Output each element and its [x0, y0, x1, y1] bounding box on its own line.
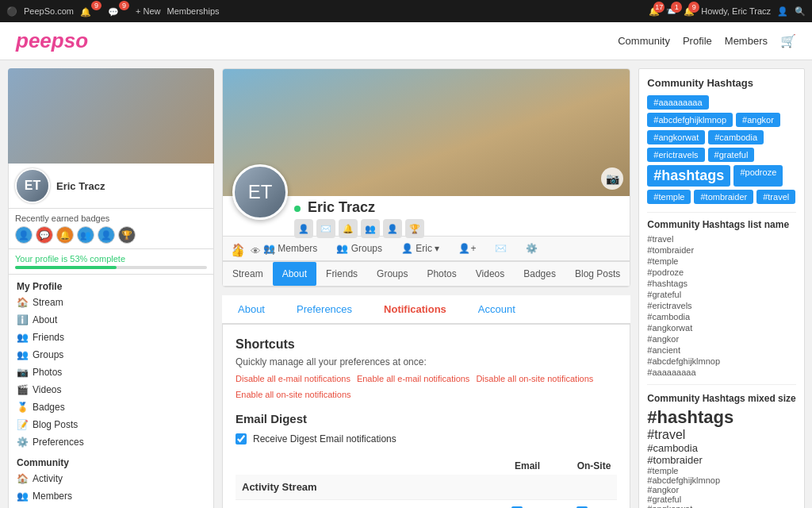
tab-preferences[interactable]: Preferences — [281, 295, 368, 323]
mixed-hashtag-sm-grateful[interactable]: #grateful — [647, 495, 796, 504]
subnav-about[interactable]: About — [273, 262, 316, 286]
mixed-hashtag-xl[interactable]: #hashtags — [647, 407, 796, 428]
subnav-videos[interactable]: Videos — [466, 262, 514, 286]
notif-icon[interactable]: 🔔9 — [80, 5, 102, 17]
list-item[interactable]: #ancient — [647, 344, 796, 356]
profile-action-3[interactable]: 🔔 — [339, 219, 358, 238]
hashtag-pill-angkorwat[interactable]: #angkorwat — [647, 130, 705, 144]
list-item[interactable]: #podroze — [647, 267, 796, 278]
hashtag-pill-tombraider[interactable]: #tombraider — [694, 190, 753, 204]
sidebar-item-activity[interactable]: 🏠 Activity — [9, 470, 213, 487]
enable-email-notif[interactable]: Enable all e-mail notifications — [357, 374, 469, 383]
hashtag-pill-podroze[interactable]: #podroze — [733, 165, 783, 187]
mixed-hashtag-lg-travel[interactable]: #travel — [647, 428, 796, 442]
top-bar-left: ⚫ PeepSo.com 🔔9 💬9 + New Memberships — [6, 5, 220, 17]
sidebar-username[interactable]: Eric Tracz — [56, 180, 105, 192]
nav-profile[interactable]: Profile — [683, 35, 712, 47]
disable-email-notif[interactable]: Disable all e-mail notifications — [236, 374, 350, 383]
profile-action-1[interactable]: 👤 — [294, 219, 313, 238]
mixed-hashtag-sm-angkor[interactable]: #angkor — [647, 485, 796, 495]
digest-checkbox[interactable] — [236, 433, 247, 444]
site-name[interactable]: PeepSo.com — [24, 6, 74, 16]
like-icon[interactable]: 👍 — [231, 244, 244, 257]
cart-icon[interactable]: 🛒 — [780, 33, 796, 48]
comment-icon[interactable]: 💬9 — [108, 5, 129, 17]
mixed-hashtag-md-cambodia[interactable]: #cambodia — [647, 442, 796, 454]
mixed-hashtag-sm-temple[interactable]: #temple — [647, 466, 796, 475]
sidebar-item-groups[interactable]: 👥 Groups — [9, 346, 213, 364]
sidebar-item-blogposts[interactable]: 📝 Blog Posts — [9, 416, 213, 433]
profile-avatar-large[interactable]: ET — [232, 164, 288, 220]
tab-notifications[interactable]: Notifications — [368, 295, 462, 323]
sidebar-item-about[interactable]: ℹ️ About — [9, 311, 213, 329]
sidebar-item-photos[interactable]: 📷 Photos — [9, 364, 213, 381]
mixed-hashtag-sm-abc[interactable]: #abcdefghijklmnop — [647, 475, 796, 485]
hashtag-pill-hashtags[interactable]: #hashtags — [647, 165, 730, 187]
memberships-link[interactable]: Memberships — [167, 6, 220, 16]
list-item[interactable]: #travel — [647, 233, 796, 244]
list-item[interactable]: #temple — [647, 256, 796, 267]
profile-action-6[interactable]: 🏆 — [405, 219, 424, 238]
user-avatar-top[interactable]: 👤 — [777, 6, 788, 17]
new-button[interactable]: + New — [136, 6, 161, 16]
section-title-activity: Activity Stream — [236, 475, 617, 500]
profile-action-5[interactable]: 👤 — [383, 219, 402, 238]
sidebar-item-videos[interactable]: 🎬 Videos — [9, 381, 213, 398]
list-item[interactable]: #angkorwat — [647, 322, 796, 333]
list-item[interactable]: #abcdefghijklmnop — [647, 356, 796, 367]
enable-onsite-notif[interactable]: Enable all on-site notifications — [236, 390, 351, 399]
subnav-blogposts[interactable]: Blog Posts — [565, 262, 630, 286]
nav-members[interactable]: Members — [725, 35, 768, 47]
badge-5: 👤 — [98, 226, 115, 244]
user-avatar[interactable]: ET — [15, 168, 50, 203]
sidebar-item-community-groups[interactable]: 👥 Groups — [9, 505, 213, 508]
hashtag-pill-erictravels[interactable]: #erictravels — [647, 148, 704, 162]
blogposts-icon: 📝 — [17, 419, 28, 430]
list-item[interactable]: #grateful — [647, 289, 796, 300]
subnav-groups[interactable]: Groups — [367, 262, 417, 286]
hashtags-section: Community Hashtags #aaaaaaaaa #abcdefghi… — [638, 68, 805, 508]
nav-community[interactable]: Community — [618, 35, 670, 47]
onsite-checkbox-cell-1 — [546, 500, 617, 509]
profile-action-4[interactable]: 👥 — [361, 219, 380, 238]
sidebar-item-members[interactable]: 👥 Members — [9, 487, 213, 505]
list-item[interactable]: #hashtags — [647, 278, 796, 289]
hashtag-pill-abc[interactable]: #abcdefghijklmnop — [647, 113, 733, 127]
list-item[interactable]: #cambodia — [647, 311, 796, 322]
subnav-stream[interactable]: Stream — [223, 262, 273, 286]
hashtag-pill-aaa[interactable]: #aaaaaaaaa — [647, 95, 708, 110]
subnav-friends[interactable]: Friends — [316, 262, 367, 286]
hashtag-pill-travel[interactable]: #travel — [756, 190, 795, 204]
bell-icon-3[interactable]: 🔔9 — [684, 6, 695, 17]
sidebar-item-stream[interactable]: 🏠 Stream — [9, 294, 213, 311]
sidebar-label-stream: Stream — [33, 297, 63, 308]
subnav-photos[interactable]: Photos — [417, 262, 465, 286]
subnav-badges[interactable]: Badges — [514, 262, 565, 286]
list-item[interactable]: #erictravels — [647, 300, 796, 311]
right-sidebar: Community Hashtags #aaaaaaaaa #abcdefghi… — [638, 68, 805, 508]
hashtag-list-title: Community Hashtags list name — [647, 219, 796, 230]
mixed-hashtag-sm-angkorwat[interactable]: #angkorwat — [647, 504, 796, 508]
hashtag-pill-temple[interactable]: #temple — [647, 190, 691, 204]
hashtag-pill-cambodia[interactable]: #cambodia — [708, 130, 764, 144]
search-icon-top[interactable]: 🔍 — [795, 6, 806, 17]
tab-about[interactable]: About — [222, 295, 281, 323]
list-item[interactable]: #aaaaaaaaa — [647, 367, 796, 378]
section-activity-stream: Activity Stream — [236, 475, 617, 500]
hashtag-pill-angkor[interactable]: #angkor — [736, 113, 780, 127]
site-logo[interactable]: peepso — [16, 29, 88, 53]
sidebar-item-friends[interactable]: 👥 Friends — [9, 329, 213, 346]
profile-action-2[interactable]: ✉️ — [316, 219, 335, 238]
hashtag-mixed: #hashtags #travel #cambodia #tombraider … — [647, 407, 796, 508]
tab-account[interactable]: Account — [462, 295, 531, 323]
bell-icon-1[interactable]: 🔔17 — [649, 6, 660, 17]
hashtag-pill-grateful[interactable]: #grateful — [708, 148, 755, 162]
disable-onsite-notif[interactable]: Disable all on-site notifications — [476, 374, 593, 383]
sidebar-item-preferences[interactable]: ⚙️ Preferences — [9, 433, 213, 451]
list-item[interactable]: #angkor — [647, 333, 796, 344]
list-item[interactable]: #tombraider — [647, 244, 796, 256]
bell-icon-2[interactable]: 📨1 — [666, 6, 677, 17]
sidebar-item-badges[interactable]: 🏅 Badges — [9, 398, 213, 416]
mixed-hashtag-md-tombraider[interactable]: #tombraider — [647, 454, 796, 466]
notifications-table: Email On-Site Activity Stream Someone wr… — [236, 457, 617, 508]
